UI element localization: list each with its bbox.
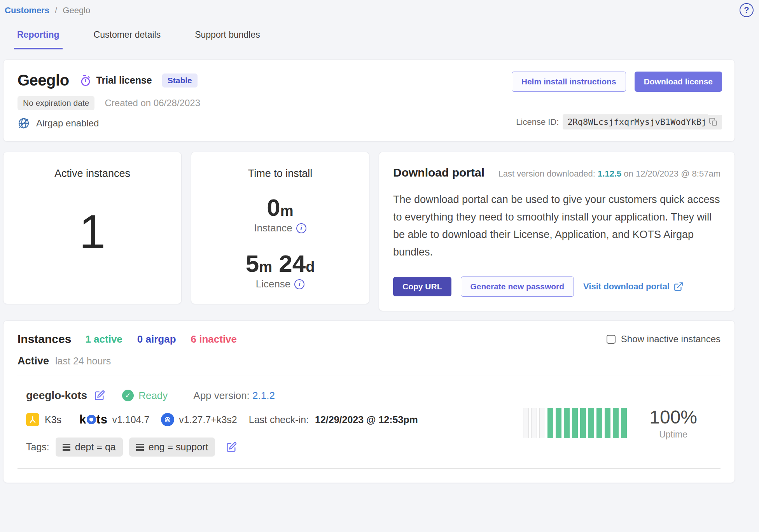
- license-id-label: License ID:: [516, 117, 559, 127]
- uptime-bar: [564, 408, 570, 438]
- group-range: last 24 hours: [55, 355, 111, 367]
- uptime-bar: [621, 408, 627, 438]
- uptime-bar: [613, 408, 619, 438]
- uptime-bar-chart: [523, 408, 627, 438]
- kubernetes-icon: [161, 413, 174, 426]
- last-checkin-value: 12/29/2023 @ 12:53pm: [315, 414, 418, 425]
- instances-title: Instances: [17, 332, 71, 346]
- tag-icon: [136, 446, 144, 448]
- license-install-time: 5m 24d: [191, 250, 369, 277]
- tag-pill: dept = qa: [56, 438, 123, 457]
- group-title: Active: [17, 355, 49, 367]
- generate-new-password-button[interactable]: Generate new password: [461, 276, 574, 297]
- license-summary-card: Geeglo Trial license Stable No expiratio…: [3, 60, 735, 142]
- uptime-bar: [523, 408, 529, 438]
- download-portal-title: Download portal: [393, 166, 484, 179]
- license-time-info-icon[interactable]: i: [294, 279, 304, 289]
- uptime-bar: [556, 408, 561, 438]
- show-inactive-label: Show inactive instances: [621, 334, 721, 345]
- helm-install-instructions-button[interactable]: Helm install instructions: [512, 72, 626, 92]
- instance-name: geeglo-kots: [26, 389, 87, 402]
- tag-pill: eng = support: [129, 438, 215, 457]
- last-version-downloaded: Last version downloaded: 1.12.5 on 12/20…: [498, 169, 721, 179]
- active-instances-title: Active instances: [3, 168, 181, 180]
- uptime-percent: 100%: [649, 406, 697, 428]
- breadcrumb-customers-link[interactable]: Customers: [5, 5, 49, 15]
- tags-label: Tags:: [26, 441, 49, 453]
- status-check-icon: ✓: [122, 390, 134, 401]
- airgap-enabled-label: Airgap enabled: [36, 118, 99, 129]
- active-instances-value: 1: [3, 205, 181, 259]
- created-date: Created on 06/28/2023: [105, 98, 200, 108]
- inactive-count: 6 inactive: [191, 333, 237, 345]
- kots-version: v1.104.7: [112, 414, 149, 425]
- uptime-bar: [572, 408, 578, 438]
- time-to-install-title: Time to install: [191, 168, 369, 180]
- k8s-version: v1.27.7+k3s2: [179, 414, 237, 425]
- instance-time-info-icon[interactable]: i: [296, 223, 306, 233]
- uptime-label: Uptime: [649, 429, 697, 440]
- copy-url-button[interactable]: Copy URL: [393, 277, 451, 296]
- instance-time-label: Instance: [254, 222, 292, 234]
- airgap-count: 0 airgap: [137, 333, 176, 345]
- copy-icon: [709, 117, 718, 127]
- last-version-link[interactable]: 1.12.5: [598, 169, 621, 178]
- download-license-button[interactable]: Download license: [635, 72, 722, 92]
- help-icon[interactable]: ?: [740, 3, 754, 17]
- customer-name: Geeglo: [17, 72, 69, 89]
- breadcrumb-separator: /: [55, 5, 57, 15]
- instances-card: Instances 1 active 0 airgap 6 inactive S…: [3, 320, 735, 483]
- app-version-link[interactable]: 2.1.2: [252, 390, 275, 401]
- active-instances-card: Active instances 1: [3, 152, 182, 304]
- instance-install-time: 0m: [191, 194, 369, 221]
- kots-logo-o: [87, 415, 96, 424]
- breadcrumb: Customers / Geeglo: [3, 5, 735, 16]
- download-portal-description: The download portal can be used to give …: [393, 191, 721, 261]
- active-count: 1 active: [85, 333, 122, 345]
- channel-badge: Stable: [162, 74, 198, 88]
- download-portal-card: Download portal Last version downloaded:…: [379, 152, 735, 311]
- uptime-bar: [596, 408, 602, 438]
- edit-tags-button[interactable]: [226, 442, 237, 453]
- uptime-bar: [588, 408, 594, 438]
- uptime-bar: [539, 408, 545, 438]
- license-time-label: License: [256, 278, 291, 290]
- app-version-label: App version:: [193, 390, 250, 401]
- tab-customer-details[interactable]: Customer details: [91, 30, 164, 49]
- edit-icon: [226, 442, 237, 453]
- copy-license-id-button[interactable]: [708, 115, 722, 130]
- uptime-bar: [547, 408, 553, 438]
- license-type-label: Trial license: [96, 75, 152, 86]
- edit-instance-name-button[interactable]: [94, 390, 105, 401]
- breadcrumb-current: Geeglo: [63, 5, 90, 15]
- instance-row: geeglo-kots ✓ Ready App version: 2.1.2: [17, 376, 721, 469]
- distribution-label: K3s: [45, 414, 61, 425]
- last-checkin-label: Last check-in:: [249, 414, 309, 425]
- time-to-install-card: Time to install 0m Instance i 5m 24d Lic…: [191, 152, 369, 304]
- edit-icon: [94, 390, 105, 401]
- visit-download-portal-link[interactable]: Visit download portal: [583, 282, 684, 292]
- uptime-bar: [580, 408, 586, 438]
- page: Customers / Geeglo ? Reporting Customer …: [0, 0, 759, 483]
- airgap-globe-icon: [17, 117, 30, 130]
- stopwatch-icon: [79, 74, 92, 87]
- tag-icon: [63, 446, 70, 448]
- license-id-value: 2Rq8WLcsjfxqrMysjvB1WodYkBj: [563, 114, 708, 130]
- status-label: Ready: [138, 390, 168, 402]
- expiration-badge: No expiration date: [17, 96, 94, 110]
- external-link-icon: [673, 282, 684, 292]
- tab-reporting[interactable]: Reporting: [14, 30, 63, 49]
- kots-logo: k ts: [79, 413, 107, 427]
- show-inactive-toggle[interactable]: Show inactive instances: [607, 334, 721, 345]
- show-inactive-checkbox[interactable]: [607, 335, 616, 344]
- tab-support-bundles[interactable]: Support bundles: [192, 30, 263, 49]
- tab-bar: Reporting Customer details Support bundl…: [3, 30, 735, 49]
- uptime-bar: [605, 408, 610, 438]
- uptime-bar: [531, 408, 537, 438]
- k3s-icon: [26, 413, 39, 426]
